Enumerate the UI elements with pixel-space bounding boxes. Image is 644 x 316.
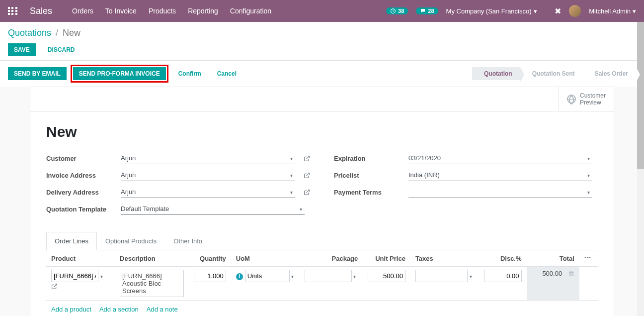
send-email-button[interactable]: Send by Email bbox=[8, 67, 67, 80]
svg-line-2 bbox=[306, 173, 309, 176]
payment-terms-input[interactable] bbox=[408, 186, 592, 198]
sheet-header: Customer Preview bbox=[30, 87, 614, 111]
tab-order-lines[interactable]: Order Lines bbox=[46, 232, 97, 250]
preview-label1: Customer bbox=[580, 92, 606, 99]
col-unit-price: Unit Price bbox=[363, 250, 410, 267]
row-taxes-input[interactable] bbox=[415, 270, 468, 282]
add-links: Add a product Add a section Add a note bbox=[46, 301, 598, 316]
chevron-down-icon: ▾ bbox=[534, 7, 537, 15]
chevron-down-icon[interactable]: ▾ bbox=[100, 274, 103, 279]
row-total: 500.00 bbox=[542, 270, 562, 277]
toolbar-left: Send by Email Send PRO-FORMA Invoice Con… bbox=[8, 65, 242, 83]
pricelist-input[interactable] bbox=[408, 169, 592, 181]
add-section-link[interactable]: Add a section bbox=[99, 306, 139, 313]
nav-reporting[interactable]: Reporting bbox=[188, 7, 218, 15]
row-quantity-input[interactable] bbox=[194, 270, 226, 282]
avatar[interactable] bbox=[569, 5, 581, 17]
external-link-icon[interactable] bbox=[304, 189, 310, 196]
external-link-icon[interactable] bbox=[51, 283, 58, 290]
add-product-link[interactable]: Add a product bbox=[51, 306, 91, 313]
pricelist-label: Pricelist bbox=[334, 172, 408, 179]
kebab-icon[interactable]: ⋮ bbox=[584, 254, 592, 261]
breadcrumb-sep: / bbox=[56, 28, 58, 38]
customer-label: Customer bbox=[46, 155, 121, 162]
chevron-down-icon[interactable]: ▾ bbox=[470, 274, 472, 279]
col-taxes: Taxes bbox=[410, 250, 479, 267]
chevron-down-icon[interactable]: ▾ bbox=[587, 190, 590, 195]
svg-line-1 bbox=[306, 156, 309, 159]
delivery-address-input[interactable] bbox=[121, 186, 295, 198]
row-product-input[interactable] bbox=[51, 270, 98, 282]
record-title: New bbox=[46, 123, 598, 140]
expiration-label: Expiration bbox=[334, 155, 408, 162]
company-switcher[interactable]: My Company (San Francisco) ▾ bbox=[446, 7, 537, 15]
external-link-icon[interactable] bbox=[304, 172, 310, 179]
chevron-down-icon[interactable]: ▾ bbox=[290, 173, 293, 178]
sheet: Customer Preview New Customer ▾ bbox=[30, 87, 614, 316]
chevron-down-icon[interactable]: ▾ bbox=[290, 190, 293, 195]
customer-preview-button[interactable]: Customer Preview bbox=[559, 87, 614, 111]
control-bar: Quotations / New Save Discard bbox=[0, 22, 644, 60]
row-uom-input[interactable] bbox=[245, 270, 290, 282]
chevron-down-icon[interactable]: ▾ bbox=[300, 207, 302, 212]
apps-icon[interactable] bbox=[8, 7, 18, 15]
timer-badge[interactable]: 38 bbox=[386, 7, 408, 14]
col-disc: Disc.% bbox=[479, 250, 527, 267]
scrollbar[interactable] bbox=[637, 22, 644, 316]
confirm-button[interactable]: Confirm bbox=[172, 67, 207, 80]
save-row: Save Discard bbox=[8, 43, 636, 56]
row-description[interactable]: [FURN_6666] Acoustic Bloc Screens bbox=[120, 270, 184, 297]
status-quotation[interactable]: Quotation bbox=[472, 67, 520, 80]
save-button[interactable]: Save bbox=[8, 43, 36, 56]
delivery-address-label: Delivery Address bbox=[46, 189, 121, 196]
external-link-icon[interactable] bbox=[304, 155, 310, 162]
nav-orders[interactable]: Orders bbox=[72, 7, 93, 15]
col-quantity: Quantity bbox=[189, 250, 231, 267]
discard-button[interactable]: Discard bbox=[42, 43, 81, 56]
tab-other-info[interactable]: Other Info bbox=[165, 232, 211, 250]
nav-configuration[interactable]: Configuration bbox=[230, 7, 271, 15]
row-unit-price-input[interactable] bbox=[368, 270, 405, 282]
trash-icon[interactable]: 🗑 bbox=[568, 270, 574, 277]
chevron-down-icon[interactable]: ▾ bbox=[291, 274, 294, 279]
user-menu[interactable]: Mitchell Admin ▾ bbox=[589, 7, 636, 15]
debug-icon[interactable]: ✖ bbox=[545, 6, 562, 16]
chevron-down-icon[interactable]: ▾ bbox=[587, 173, 590, 178]
nav-menu: Orders To Invoice Products Reporting Con… bbox=[72, 7, 386, 15]
highlight-box: Send PRO-FORMA Invoice bbox=[71, 65, 168, 83]
payment-terms-label: Payment Terms bbox=[334, 189, 408, 196]
template-input[interactable] bbox=[121, 203, 305, 215]
status-order[interactable]: Sales Order bbox=[583, 67, 636, 80]
customer-input[interactable] bbox=[121, 152, 295, 164]
add-note-link[interactable]: Add a note bbox=[147, 306, 178, 313]
chevron-down-icon[interactable]: ▾ bbox=[587, 156, 590, 161]
preview-label2: Preview bbox=[580, 99, 606, 106]
sheet-body: New Customer ▾ Invoice Address bbox=[30, 111, 614, 316]
col-package: Package bbox=[300, 250, 363, 267]
tab-optional-products[interactable]: Optional Products bbox=[97, 232, 165, 250]
cancel-button[interactable]: Cancel bbox=[211, 67, 242, 80]
breadcrumb: Quotations / New bbox=[8, 28, 636, 38]
status-sent[interactable]: Quotation Sent bbox=[520, 67, 583, 80]
row-package-input[interactable] bbox=[305, 270, 352, 282]
chat-badge[interactable]: 28 bbox=[416, 7, 438, 14]
timer-count: 38 bbox=[398, 8, 404, 14]
expiration-input[interactable] bbox=[408, 152, 592, 164]
nav-products[interactable]: Products bbox=[149, 7, 176, 15]
chevron-down-icon[interactable]: ▾ bbox=[290, 156, 293, 161]
user-label: Mitchell Admin bbox=[589, 7, 631, 15]
info-icon[interactable]: i bbox=[236, 273, 243, 280]
invoice-address-input[interactable] bbox=[121, 169, 295, 181]
scrollbar-thumb[interactable] bbox=[637, 22, 644, 169]
brand[interactable]: Sales bbox=[30, 6, 52, 16]
nav-right: 38 28 My Company (San Francisco) ▾ ✖ Mit… bbox=[386, 5, 636, 17]
status-bar: Quotation Quotation Sent Sales Order bbox=[472, 67, 636, 80]
send-proforma-button[interactable]: Send PRO-FORMA Invoice bbox=[73, 67, 166, 80]
breadcrumb-parent[interactable]: Quotations bbox=[8, 28, 51, 38]
row-disc-input[interactable] bbox=[484, 270, 522, 282]
chevron-down-icon: ▾ bbox=[633, 7, 636, 15]
chevron-down-icon[interactable]: ▾ bbox=[353, 274, 356, 279]
col-description: Description bbox=[115, 250, 189, 267]
nav-to-invoice[interactable]: To Invoice bbox=[105, 7, 137, 15]
chat-count: 28 bbox=[428, 8, 434, 14]
